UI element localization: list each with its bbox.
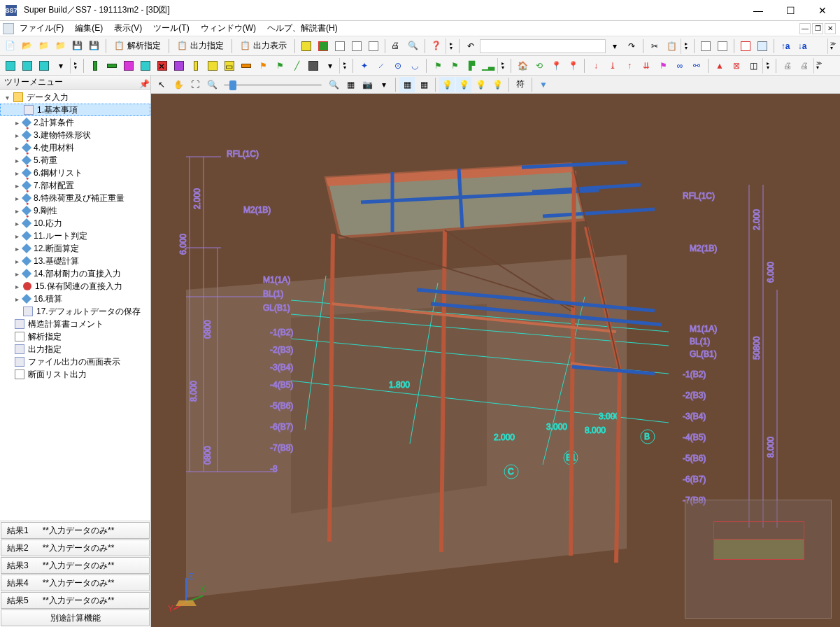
view-drop-button[interactable]: ▾ <box>53 58 69 73</box>
tree-root[interactable]: ▾ データ入力 <box>0 91 150 104</box>
tb-icon-5[interactable] <box>366 38 381 54</box>
el-load-button[interactable] <box>239 58 254 73</box>
el-purple-button[interactable] <box>171 58 187 73</box>
output-display-button[interactable]: 📋出力表示 <box>236 38 291 53</box>
camera-drop-button[interactable]: ▾ <box>376 77 392 92</box>
tree-item-4[interactable]: ▸4.使用材料 <box>0 141 150 154</box>
zoom-button[interactable]: 🔍 <box>204 77 220 92</box>
analysis-spec-button[interactable]: 📋解析指定 <box>110 38 165 53</box>
el-pile-button[interactable] <box>205 58 220 73</box>
snap-circle-button[interactable]: ⊙ <box>390 58 406 73</box>
arrow-dn2-button[interactable]: ⤓ <box>605 58 620 73</box>
tb-icon-3[interactable] <box>332 38 348 54</box>
result-1-button[interactable]: 結果1**入力データのみ** <box>1 522 150 539</box>
crop-button[interactable]: ⛶ <box>187 77 203 92</box>
warn-x-button[interactable]: ⊠ <box>729 58 744 73</box>
view-elev-button[interactable] <box>20 58 35 73</box>
el-slab-button[interactable] <box>138 58 153 73</box>
el-wall-button[interactable] <box>121 58 136 73</box>
save-all-button[interactable]: 💾 <box>87 38 102 54</box>
tree-item-14[interactable]: ▸14.部材耐力の直接入力 <box>0 267 150 280</box>
tree-item-6[interactable]: ▸6.鋼材リスト <box>0 167 150 179</box>
light4-button[interactable]: 💡 <box>490 77 505 92</box>
toolbar2-more2[interactable]: ▸▾ <box>339 58 349 73</box>
menu-tool[interactable]: ツール(T) <box>148 21 194 36</box>
redo-button[interactable]: ↷ <box>624 38 639 54</box>
pan-button[interactable]: ✋ <box>171 77 186 92</box>
chart-button[interactable]: ▁▃ <box>480 58 496 73</box>
tree-item-17[interactable]: 17.デフォルトデータの保存 <box>0 305 150 318</box>
view-plan-button[interactable] <box>3 58 18 73</box>
tb-icon-4[interactable] <box>349 38 364 54</box>
tree-extra-2[interactable]: 解析指定 <box>0 330 150 343</box>
arrow-down-a-button[interactable]: ↓a <box>795 38 810 54</box>
extra-calc-button[interactable]: 別途計算機能 <box>1 610 150 626</box>
flag-green-button[interactable]: ⚑ <box>430 58 446 73</box>
snap-point-button[interactable]: ✦ <box>357 58 372 73</box>
camera-button[interactable]: 📷 <box>360 77 375 92</box>
tree-item-8[interactable]: ▸8.特殊荷重及び補正重量 <box>0 192 150 204</box>
home-button[interactable]: 🏠 <box>515 58 530 73</box>
zoom-slider[interactable] <box>224 78 322 91</box>
pin-green-button[interactable]: 📍 <box>565 58 581 73</box>
el-beam-button[interactable] <box>104 58 120 73</box>
el-line-button[interactable]: ╱ <box>289 58 304 73</box>
menubar-icon[interactable] <box>3 23 14 34</box>
snap-line-button[interactable]: ⟋ <box>373 58 389 73</box>
grid-red-button[interactable] <box>738 38 753 54</box>
warn-button[interactable]: ▲ <box>712 58 727 73</box>
link-button[interactable]: ∞ <box>672 58 688 73</box>
tb-icon-2[interactable] <box>315 38 331 54</box>
toolbar1-more2[interactable]: ▸▾ <box>681 38 690 54</box>
help-button[interactable]: ❓ <box>429 38 444 54</box>
clip-button[interactable]: ▦ <box>343 77 358 92</box>
save-button[interactable]: 💾 <box>70 38 85 54</box>
menu-edit[interactable]: 編集(E) <box>69 21 108 36</box>
result-5-button[interactable]: 結果5**入力データのみ** <box>1 592 150 609</box>
tb-icon-1[interactable] <box>299 38 314 54</box>
light1-button[interactable]: 💡 <box>439 77 455 92</box>
arrow-up-a-button[interactable]: ↑a <box>778 38 793 54</box>
flag-green3-button[interactable]: ▛ <box>464 58 479 73</box>
toolbar1-overflow[interactable]: ≫▾ <box>827 38 837 54</box>
print-preview-button[interactable]: 🔍 <box>406 38 421 54</box>
tree[interactable]: ▾ データ入力 1.基本事項 ▸2.計算条件 ▸3.建物特殊形状 ▸4.使用材料… <box>0 90 150 521</box>
minimap[interactable] <box>685 500 832 619</box>
print3-button[interactable]: 🖨 <box>797 58 812 73</box>
mdi-close-button[interactable]: ✕ <box>825 23 836 34</box>
canvas-3d[interactable]: RFL(1C) M2(1B) 2.000 6.000 M1(1A) BL(1) … <box>151 94 840 627</box>
cube-button[interactable]: ◫ <box>746 58 761 73</box>
menu-help[interactable]: ヘルプ、解説書(H) <box>262 21 343 36</box>
open-folder-button[interactable]: 📁 <box>36 38 52 54</box>
paste-button[interactable]: 📋 <box>664 38 679 54</box>
tree-item-2[interactable]: ▸2.計算条件 <box>0 116 150 129</box>
toolbar2-more[interactable]: ▸▾ <box>70 58 80 73</box>
el-column-button[interactable] <box>87 58 103 73</box>
tree-extra-1[interactable]: 構造計算書コメント <box>0 318 150 330</box>
menu-view[interactable]: 表示(V) <box>108 21 148 36</box>
minimize-button[interactable]: — <box>742 0 774 21</box>
tree-item-12[interactable]: ▸12.断面算定 <box>0 242 150 255</box>
toolbar1-more[interactable]: ▸▾ <box>446 38 455 54</box>
el-grid-button[interactable] <box>306 58 321 73</box>
toolbar2-overflow[interactable]: ≫▾ <box>813 58 823 73</box>
tree-item-11[interactable]: ▸11.ルート判定 <box>0 230 150 242</box>
el-flag-button[interactable]: ⚑ <box>255 58 271 73</box>
window-cascade-button[interactable] <box>715 38 730 54</box>
output-spec-button[interactable]: 📋出力指定 <box>173 38 228 53</box>
toolbar2-more3[interactable]: ▸▾ <box>497 58 507 73</box>
view-3d-button[interactable] <box>36 58 52 73</box>
flag-green2-button[interactable]: ⚑ <box>447 58 462 73</box>
zoom-fit-button[interactable]: 🔍 <box>326 77 341 92</box>
print-button[interactable]: 🖨 <box>389 38 404 54</box>
tree-item-3[interactable]: ▸3.建物特殊形状 <box>0 129 150 141</box>
tree-item-10[interactable]: ▸10.応力 <box>0 217 150 230</box>
light2-button[interactable]: 💡 <box>456 77 471 92</box>
el-drop-button[interactable]: ▾ <box>322 58 338 73</box>
el-brace-button[interactable]: ✕ <box>155 58 170 73</box>
el-opening-button[interactable]: ▭ <box>222 58 237 73</box>
result-2-button[interactable]: 結果2**入力データのみ** <box>1 540 150 556</box>
toolbar2-more4[interactable]: ▸▾ <box>762 58 772 73</box>
grid-toggle-button[interactable] <box>755 38 770 54</box>
new-file-button[interactable]: 📄 <box>3 38 18 54</box>
